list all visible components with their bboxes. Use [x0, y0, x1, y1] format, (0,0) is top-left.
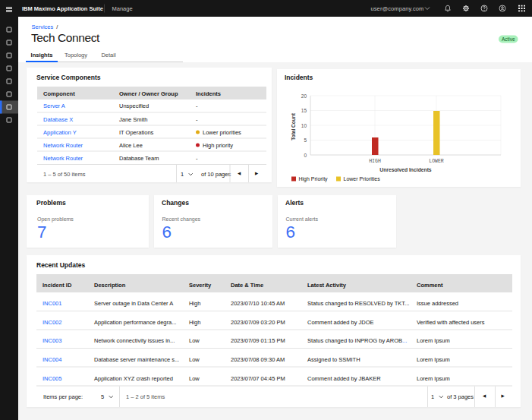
svg-text:Unresolved Incidents: Unresolved Incidents [379, 167, 432, 172]
svg-text:20: 20 [301, 93, 307, 99]
svg-text:5: 5 [304, 137, 307, 143]
svg-text:10: 10 [301, 123, 307, 128]
svg-text:Lower Priorities: Lower Priorities [344, 176, 381, 182]
svg-text:HIGH: HIGH [369, 159, 381, 164]
svg-text:LOWER: LOWER [429, 159, 444, 164]
svg-text:15: 15 [301, 108, 307, 113]
svg-text:0: 0 [304, 153, 307, 158]
svg-text:Total Count: Total Count [291, 112, 296, 140]
svg-text:High Priority: High Priority [299, 176, 329, 182]
